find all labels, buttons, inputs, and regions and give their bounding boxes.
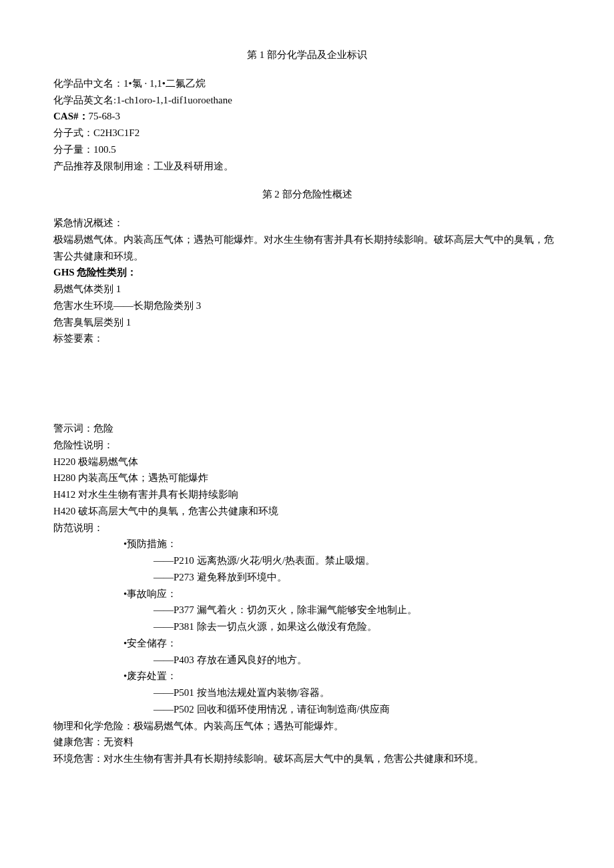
formula-label: 分子式： bbox=[53, 127, 93, 138]
mw-value: 100.5 bbox=[93, 144, 116, 155]
section2-body: 紧急情况概述： 极端易燃气体。内装高压气体；遇热可能爆炸。对水生生物有害并具有长… bbox=[53, 215, 561, 767]
prevention-label: •预防措施： bbox=[123, 536, 561, 552]
storage-label: •安全储存： bbox=[123, 635, 561, 652]
pictogram-gap bbox=[53, 347, 561, 420]
name-cn-label: 化学品中文名： bbox=[53, 78, 123, 89]
mw-line: 分子量：100.5 bbox=[53, 141, 561, 158]
name-cn-line: 化学品中文名：1•氯 · 1,1•二氟乙烷 bbox=[53, 75, 561, 92]
mw-label: 分子量： bbox=[53, 144, 93, 155]
hazard-statement-label: 危险性说明： bbox=[53, 437, 561, 454]
name-en-value: 1-ch1oro-1,1-dif1uoroethane bbox=[116, 95, 232, 105]
h420: H420 破坏高层大气中的臭氧，危害公共健康和环境 bbox=[53, 503, 561, 520]
h280: H280 内装高压气体；遇热可能爆炸 bbox=[53, 470, 561, 486]
emergency-label: 紧急情况概述： bbox=[53, 215, 561, 232]
emergency-text: 极端易燃气体。内装高压气体；遇热可能爆炸。对水生生物有害并具有长期持续影响。破坏… bbox=[53, 232, 561, 265]
precaution-label: 防范说明： bbox=[53, 520, 561, 536]
cas-line: CAS#：75-68-3 bbox=[53, 108, 561, 125]
use-value: 工业及科研用途。 bbox=[154, 161, 234, 171]
name-en-line: 化学品英文名:1-ch1oro-1,1-dif1uoroethane bbox=[53, 92, 561, 109]
phys-chem-hazard: 物理和化学危险：极端易燃气体。内装高压气体；遇热可能爆炸。 bbox=[53, 718, 561, 735]
ghs-label: GHS 危险性类别： bbox=[53, 264, 561, 281]
ghs-cat-3: 危害臭氧层类别 1 bbox=[53, 314, 561, 331]
section1-title: 第 1 部分化学品及企业标识 bbox=[53, 47, 561, 63]
p210: ——P210 远离热源/火花/明火/热表面。禁止吸烟。 bbox=[154, 552, 561, 569]
ghs-cat-1: 易燃气体类别 1 bbox=[53, 281, 561, 298]
ghs-cat-2: 危害水生环境——长期危险类别 3 bbox=[53, 298, 561, 314]
section2-title: 第 2 部分危险性概述 bbox=[53, 186, 561, 203]
signal-word: 警示词：危险 bbox=[53, 420, 561, 437]
use-line: 产品推荐及限制用途：工业及科研用途。 bbox=[53, 158, 561, 175]
h220: H220 极端易燃气体 bbox=[53, 454, 561, 470]
p381: ——P381 除去一切点火源，如果这么做没有危险。 bbox=[154, 618, 561, 635]
p403: ——P403 存放在通风良好的地方。 bbox=[154, 652, 561, 669]
p377: ——P377 漏气着火：切勿灭火，除非漏气能够安全地制止。 bbox=[154, 602, 561, 618]
health-hazard: 健康危害：无资料 bbox=[53, 734, 561, 751]
env-hazard: 环境危害：对水生生物有害并具有长期持续影响。破坏高层大气中的臭氧，危害公共健康和… bbox=[53, 751, 561, 767]
formula-line: 分子式：C2H3C1F2 bbox=[53, 125, 561, 141]
p501: ——P501 按当地法规处置内装物/容器。 bbox=[154, 685, 561, 701]
response-label: •事故响应： bbox=[123, 586, 561, 602]
ghs-label-bold: GHS 危险性类别： bbox=[53, 267, 137, 278]
p273: ——P273 避免释放到环境中。 bbox=[154, 569, 561, 586]
disposal-label: •废弃处置： bbox=[123, 668, 561, 685]
label-elements: 标签要素： bbox=[53, 330, 561, 347]
h412: H412 对水生生物有害并具有长期持续影响 bbox=[53, 486, 561, 503]
cas-value: 75-68-3 bbox=[89, 111, 121, 121]
name-cn-value: 1•氯 · 1,1•二氟乙烷 bbox=[123, 78, 206, 89]
name-en-label: 化学品英文名: bbox=[53, 95, 116, 105]
section1-body: 化学品中文名：1•氯 · 1,1•二氟乙烷 化学品英文名:1-ch1oro-1,… bbox=[53, 75, 561, 175]
cas-label: CAS#： bbox=[53, 111, 89, 121]
use-label: 产品推荐及限制用途： bbox=[53, 161, 154, 171]
p502: ——P502 回收和循环使用情况，请征询制造商/供应商 bbox=[154, 701, 561, 718]
formula-value: C2H3C1F2 bbox=[93, 127, 139, 138]
